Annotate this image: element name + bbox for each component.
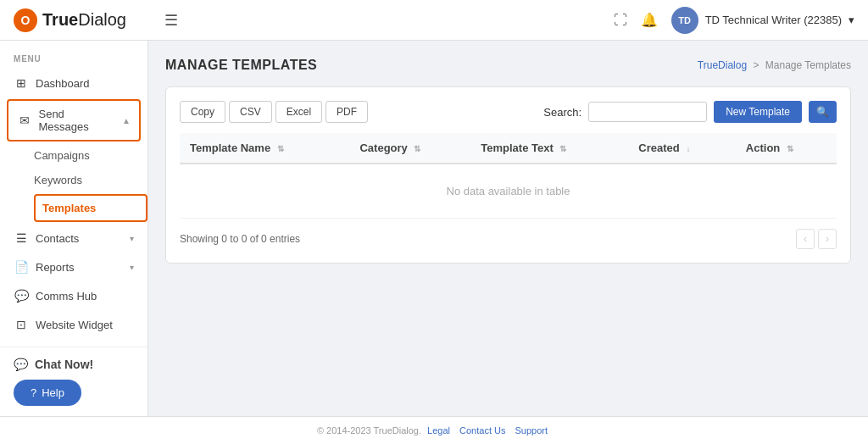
excel-button[interactable]: Excel (275, 101, 322, 123)
col-action[interactable]: Action ⇅ (736, 133, 837, 164)
footer: © 2014-2023 TrueDialog. Legal Contact Us… (0, 416, 868, 444)
col-label: Category (359, 142, 407, 154)
sidebar-item-reports[interactable]: 📄 Reports ▾ (0, 253, 147, 281)
comms-hub-icon: 💬 (14, 289, 29, 302)
sidebar-item-label: Website Widget (36, 319, 113, 331)
app-body: MENU ⊞ Dashboard ✉ Send Messages ▲ Campa… (0, 41, 868, 416)
sidebar-item-label: Reports (36, 261, 75, 274)
sort-desc-icon: ↓ (686, 144, 690, 153)
chat-now[interactable]: 💬 Chat Now! (14, 358, 134, 371)
sidebar-item-comms-hub[interactable]: 💬 Comms Hub (0, 281, 147, 310)
sort-icon: ⇅ (787, 144, 793, 153)
chevron-down-icon: ▾ (130, 263, 134, 272)
templates-bordered: Templates (34, 194, 147, 222)
sidebar-item-label: Send Messages (38, 108, 115, 133)
col-created[interactable]: Created ↓ (628, 133, 736, 164)
logo: O TrueDialog (14, 8, 158, 32)
breadcrumb-home[interactable]: TrueDialog (698, 59, 747, 71)
sidebar-menu-label: MENU (0, 41, 147, 69)
breadcrumb-separator: > (753, 59, 759, 71)
sort-icon: ⇅ (277, 144, 284, 153)
contacts-icon: ☰ (14, 231, 29, 245)
sidebar-bottom: 💬 Chat Now! ? Help (0, 347, 147, 416)
website-widget-icon: ⊡ (14, 318, 29, 331)
pdf-button[interactable]: PDF (326, 101, 368, 123)
sidebar: MENU ⊞ Dashboard ✉ Send Messages ▲ Campa… (0, 41, 148, 416)
table-header: Template Name ⇅ Category ⇅ Template Text… (180, 133, 837, 164)
col-label: Action (746, 142, 780, 154)
search-icon: 🔍 (816, 106, 829, 118)
main-content: MANAGE TEMPLATES TrueDialog > Manage Tem… (148, 41, 868, 416)
toolbar-right: Search: New Template 🔍 (543, 101, 837, 123)
navbar: O TrueDialog ☰ ⛶ 🔔 TD TD Technical Write… (0, 0, 868, 41)
help-label: Help (42, 386, 64, 399)
col-template-text[interactable]: Template Text ⇅ (470, 133, 628, 164)
table-body: No data available in table (180, 164, 837, 219)
help-button[interactable]: ? Help (14, 380, 81, 406)
data-table: Template Name ⇅ Category ⇅ Template Text… (180, 133, 837, 219)
col-label: Template Text (481, 142, 553, 154)
avatar: TD (671, 7, 698, 34)
new-template-button[interactable]: New Template (714, 101, 802, 123)
sidebar-item-label: Dashboard (36, 77, 90, 90)
breadcrumb-current: Manage Templates (765, 59, 851, 71)
sidebar-item-label: Comms Hub (36, 290, 97, 302)
table-header-row: Template Name ⇅ Category ⇅ Template Text… (180, 133, 837, 164)
chevron-down-icon: ▾ (849, 14, 854, 26)
user-menu[interactable]: TD TD Technical Writer (22385) ▾ (671, 7, 854, 34)
col-category[interactable]: Category ⇅ (349, 133, 470, 164)
expand-icon[interactable]: ⛶ (614, 13, 627, 28)
col-template-name[interactable]: Template Name ⇅ (180, 133, 349, 164)
send-messages-submenu: Campaigns Keywords Templates (0, 143, 147, 224)
logo-icon: O (14, 8, 37, 32)
no-data-row: No data available in table (180, 164, 837, 219)
notification-bell-icon[interactable]: 🔔 (641, 12, 658, 28)
no-data-message: No data available in table (180, 164, 837, 219)
sidebar-item-label: Contacts (36, 232, 79, 245)
logo-text: TrueDialog (42, 10, 126, 30)
toolbar: Copy CSV Excel PDF Search: New Template … (180, 101, 837, 123)
sidebar-item-contacts[interactable]: ☰ Contacts ▾ (0, 224, 147, 253)
chat-now-icon: 💬 (14, 358, 28, 371)
pagination: ‹ › (796, 229, 837, 249)
sidebar-item-keywords[interactable]: Keywords (34, 168, 147, 192)
chevron-up-icon: ▲ (122, 116, 131, 125)
table-footer: Showing 0 to 0 of 0 entries ‹ › (180, 229, 837, 249)
footer-link-legal[interactable]: Legal (427, 425, 450, 436)
new-template-label: New Template (726, 106, 790, 118)
breadcrumb: TrueDialog > Manage Templates (698, 59, 851, 71)
col-label: Created (638, 142, 679, 154)
search-input[interactable] (588, 102, 707, 122)
col-label: Template Name (190, 142, 270, 154)
sidebar-item-send-messages[interactable]: ✉ Send Messages ▲ (8, 101, 139, 140)
chevron-down-icon: ▾ (130, 234, 134, 243)
chat-now-label: Chat Now! (35, 358, 93, 371)
sidebar-item-website-widget[interactable]: ⊡ Website Widget (0, 310, 147, 339)
entries-info: Showing 0 to 0 of 0 entries (180, 233, 300, 245)
sidebar-item-campaigns[interactable]: Campaigns (34, 143, 147, 168)
sidebar-item-templates[interactable]: Templates (36, 196, 146, 220)
page-header: MANAGE TEMPLATES TrueDialog > Manage Tem… (165, 58, 851, 73)
footer-link-contact[interactable]: Contact Us (459, 425, 505, 436)
hamburger-icon[interactable]: ☰ (164, 11, 178, 30)
send-messages-icon: ✉ (17, 114, 31, 127)
reports-icon: 📄 (14, 260, 29, 274)
navbar-right: ⛶ 🔔 TD TD Technical Writer (22385) ▾ (614, 7, 854, 34)
footer-copyright: © 2014-2023 TrueDialog. (317, 425, 421, 436)
copy-button[interactable]: Copy (180, 101, 225, 123)
search-label: Search: (543, 106, 581, 119)
sort-icon: ⇅ (559, 144, 566, 153)
prev-page-button[interactable]: ‹ (796, 229, 815, 249)
sidebar-item-dashboard[interactable]: ⊞ Dashboard (0, 69, 147, 97)
search-icon-button[interactable]: 🔍 (809, 101, 837, 123)
csv-button[interactable]: CSV (229, 101, 272, 123)
send-messages-bordered: ✉ Send Messages ▲ (7, 99, 141, 142)
next-page-button[interactable]: › (818, 229, 837, 249)
table-container: Copy CSV Excel PDF Search: New Template … (165, 86, 851, 264)
toolbar-left: Copy CSV Excel PDF (180, 101, 368, 123)
page-title: MANAGE TEMPLATES (165, 58, 317, 73)
dashboard-icon: ⊞ (14, 76, 29, 90)
footer-link-support[interactable]: Support (515, 425, 548, 436)
sort-icon: ⇅ (414, 144, 420, 153)
help-icon: ? (31, 386, 36, 399)
